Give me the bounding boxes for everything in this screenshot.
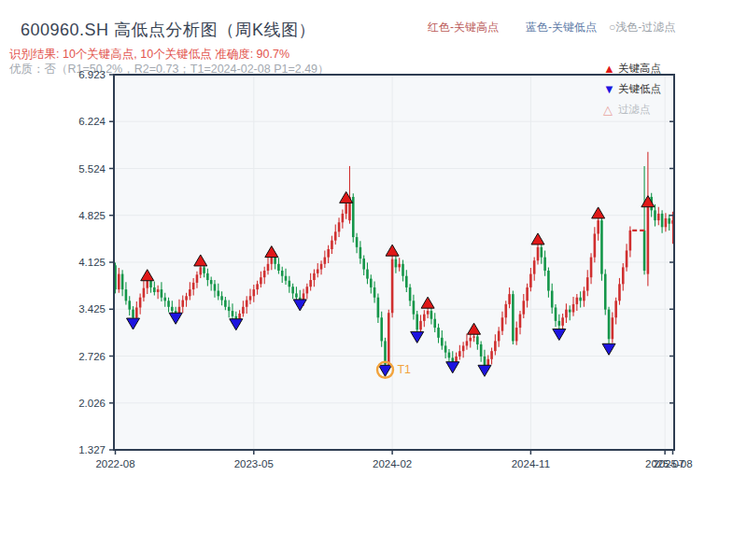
marker-legend: ▲关键高点▼关键低点△过滤点: [603, 58, 661, 119]
marker-legend-item: ▲关键高点: [603, 58, 661, 78]
candle: [391, 255, 394, 317]
candle: [604, 270, 607, 315]
svg-text:2025-08: 2025-08: [653, 458, 692, 469]
svg-text:1.327: 1.327: [78, 444, 106, 455]
svg-text:2024-02: 2024-02: [373, 458, 412, 469]
filter-marker-icon: △: [603, 104, 618, 116]
svg-text:2022-08: 2022-08: [95, 458, 134, 469]
svg-text:2024-11: 2024-11: [512, 458, 550, 469]
candle: [512, 291, 514, 344]
svg-text:2.726: 2.726: [78, 351, 106, 362]
marker-legend-item: ▼关键低点: [603, 78, 661, 99]
marker-legend-label: 关键低点: [618, 82, 661, 96]
stock-analysis-figure: 600960.SH 高低点分析图（周K线图） 识别结果: 10个关键高点, 10…: [0, 0, 747, 560]
marker-legend-label: 过滤点: [618, 103, 651, 117]
x-axis: 2022-082023-052024-022024-112025-072025-…: [95, 450, 692, 469]
svg-text:4.125: 4.125: [78, 257, 106, 268]
t1-label: T1: [397, 363, 411, 376]
candle: [352, 193, 355, 242]
svg-text:3.425: 3.425: [78, 303, 106, 315]
svg-text:4.825: 4.825: [78, 210, 106, 221]
candle: [600, 217, 603, 281]
marker-legend-item: △过滤点: [603, 99, 661, 119]
svg-text:2.026: 2.026: [78, 398, 106, 409]
svg-text:2023-05: 2023-05: [234, 458, 274, 469]
svg-text:5.524: 5.524: [78, 163, 106, 175]
svg-text:6.224: 6.224: [78, 116, 106, 127]
key-low-marker-icon: ▼: [603, 83, 618, 95]
candle: [388, 310, 390, 368]
svg-text:6.923: 6.923: [78, 69, 106, 80]
key-high-marker-icon: ▲: [603, 63, 618, 75]
marker-legend-label: 关键高点: [618, 62, 661, 76]
